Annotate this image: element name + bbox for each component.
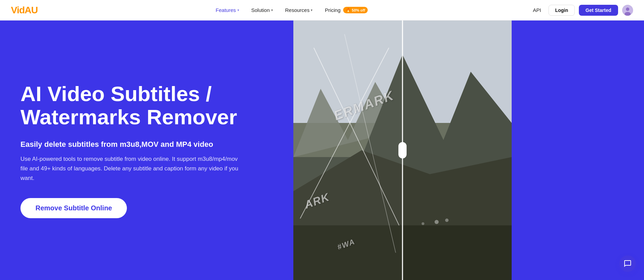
logo-au: AU bbox=[25, 5, 38, 15]
nav-pricing[interactable]: Pricing 🔥 50% off bbox=[320, 4, 372, 16]
cta-button[interactable]: Remove Subtitle Online bbox=[20, 198, 127, 218]
nav-features[interactable]: Features ▾ bbox=[211, 4, 244, 16]
nav-resources[interactable]: Resources ▾ bbox=[280, 4, 318, 16]
svg-point-16 bbox=[422, 222, 424, 225]
nav-right: API Login Get Started bbox=[529, 4, 633, 16]
svg-point-1 bbox=[626, 8, 629, 11]
hero-title: AI Video Subtitles / Watermarks Remover bbox=[20, 82, 273, 129]
hero-right: ERMARK ARK #WA bbox=[293, 20, 512, 280]
logo-vid: Vid bbox=[11, 5, 25, 15]
get-started-button[interactable]: Get Started bbox=[579, 5, 618, 16]
logo[interactable]: VidAU bbox=[11, 5, 38, 16]
svg-point-14 bbox=[435, 220, 439, 224]
hero-left: AI Video Subtitles / Watermarks Remover … bbox=[0, 20, 293, 280]
avatar[interactable] bbox=[622, 5, 633, 16]
svg-point-15 bbox=[445, 219, 449, 222]
solution-chevron-icon: ▾ bbox=[271, 8, 273, 12]
hero-subtitle-bold: Easily delete subtitles from m3u8,MOV an… bbox=[20, 140, 273, 149]
nav-links: Features ▾ Solution ▾ Resources ▾ Pricin… bbox=[54, 4, 530, 16]
split-handle[interactable] bbox=[398, 142, 407, 158]
discount-badge: 🔥 50% off bbox=[343, 7, 368, 13]
chat-bubble[interactable] bbox=[619, 255, 636, 272]
login-button[interactable]: Login bbox=[548, 5, 574, 16]
hero-body: Use AI-powered tools to remove subtitle … bbox=[20, 154, 239, 183]
navbar: VidAU Features ▾ Solution ▾ Resources ▾ … bbox=[0, 0, 644, 20]
nav-api[interactable]: API bbox=[529, 4, 544, 16]
nav-solution[interactable]: Solution ▾ bbox=[247, 4, 278, 16]
video-comparison: ERMARK ARK #WA bbox=[293, 20, 512, 280]
hero-section: AI Video Subtitles / Watermarks Remover … bbox=[0, 20, 644, 280]
features-chevron-icon: ▾ bbox=[237, 8, 239, 12]
resources-chevron-icon: ▾ bbox=[311, 8, 312, 12]
